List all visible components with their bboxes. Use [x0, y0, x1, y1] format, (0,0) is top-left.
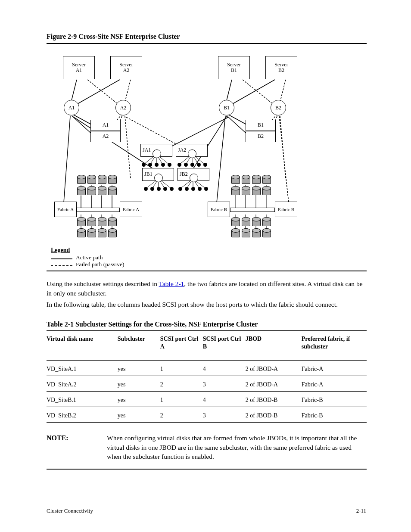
ctrl-b2-label: B2 — [258, 134, 264, 139]
td: VD_SiteB.2 — [47, 412, 115, 420]
td: Fabric-A — [302, 365, 364, 373]
td: yes — [118, 412, 158, 420]
disk-icon — [77, 175, 85, 184]
port-icon — [157, 187, 161, 191]
figure-title: Figure 2-9 Cross-Site NSF Enterprise Clu… — [47, 32, 180, 41]
port-icon — [190, 163, 194, 167]
fabric-a-label: Fabric A — [57, 207, 74, 212]
legend-item-passive: Failed path (passive) — [76, 261, 124, 268]
hrule-row-sep — [47, 376, 367, 376]
port-icon — [150, 187, 154, 191]
table-header-row: Virtual disk name Subcluster SCSI port C… — [47, 335, 367, 351]
port-icon — [197, 163, 201, 167]
jbod-jb2-port-icon — [190, 174, 198, 182]
legend-dashed-line-icon — [51, 264, 72, 267]
th-vdname: Virtual disk name — [47, 335, 115, 351]
server-a2-label: Server A2 — [119, 62, 133, 73]
bus-a — [77, 208, 120, 212]
ctrl-a1-label: A1 — [103, 122, 109, 128]
fcswitch-b1: B1 — [219, 100, 234, 115]
disk-icon — [242, 228, 249, 238]
disk-icon — [108, 228, 116, 238]
port-icon — [203, 163, 207, 167]
disk-icon — [98, 228, 106, 238]
server-a1-box: Server A1 — [63, 56, 95, 79]
svg-line-1 — [87, 80, 120, 106]
server-a2-box: Server A2 — [110, 56, 142, 79]
disk-icon — [242, 217, 249, 227]
port-icon — [155, 163, 159, 167]
port-icon — [177, 163, 181, 167]
ctrl-a2-box: A2 — [90, 131, 121, 142]
disk-icon — [231, 186, 239, 196]
server-b2-label: Server B2 — [274, 62, 288, 73]
port-icon — [184, 163, 188, 167]
svg-line-8 — [64, 116, 70, 202]
table-row: VD_SiteB.2 yes 2 3 2 of JBOD-B Fabric-B — [47, 412, 367, 420]
jbod-jb1-label: JB1 — [144, 171, 153, 177]
hrule-row-sep — [47, 391, 367, 392]
disk-icon — [77, 217, 85, 227]
fcswitch-a2: A2 — [115, 100, 131, 115]
td: Fabric-B — [302, 412, 364, 420]
disk-icon — [252, 217, 260, 227]
ctrl-b1-label: B1 — [258, 122, 264, 128]
disk-icon — [87, 228, 95, 238]
ctrl-a1-box: A1 — [90, 120, 121, 131]
th-scsi-b: SCSI port Ctrl B — [203, 335, 243, 351]
port-icon — [204, 187, 208, 191]
port-icon — [191, 187, 195, 191]
fcswitch-a2-label: A2 — [120, 104, 127, 111]
port-icon — [178, 187, 182, 191]
table-row: VD_SiteB.1 yes 1 4 2 of JBOD-B Fabric-B — [47, 396, 367, 404]
jbod-ja1-port-icon — [153, 149, 161, 158]
diagram: Server A1 Server A2 Server B1 Server B2 … — [47, 47, 322, 254]
td: 4 — [203, 396, 243, 404]
legend-item-active: Active path — [76, 254, 103, 261]
port-icon — [142, 163, 146, 167]
disk-icon — [98, 217, 106, 227]
port-icon — [170, 187, 174, 191]
footer-right: 2-11 — [356, 507, 366, 515]
ctrl-b2-box: B2 — [246, 131, 276, 142]
disk-icon — [108, 217, 116, 227]
legend-solid-line-icon — [51, 258, 72, 260]
hrule-figure-top — [47, 43, 367, 44]
table-title: Table 2-1 Subcluster Settings for the Cr… — [47, 320, 258, 329]
td: 4 — [203, 365, 243, 373]
fabric-b-label: Fabric B — [211, 207, 227, 212]
fabric-a-box: Fabric A — [54, 202, 77, 217]
para1-pre: Using the subcluster settings described … — [47, 280, 159, 287]
th-pref-fabric: Preferred fabric, if subcluster — [302, 335, 364, 351]
fabric-b-label-2: Fabric B — [278, 207, 294, 212]
legend-heading: Legend — [51, 246, 70, 255]
port-icon — [198, 187, 202, 191]
fabric-b-box: Fabric B — [208, 202, 230, 217]
port-icon — [163, 187, 167, 191]
jbod-ja2-label: JA2 — [178, 147, 186, 153]
td: yes — [118, 381, 158, 389]
note-label: NOTE: — [47, 433, 68, 443]
paragraph-1: Using the subcluster settings described … — [47, 279, 367, 298]
hrule-figure-bottom — [47, 271, 367, 271]
td: 1 — [160, 365, 200, 373]
disk-icon — [252, 175, 260, 184]
bus-b — [230, 208, 275, 212]
port-icon — [148, 163, 152, 167]
table-2-1-link[interactable]: Table 2-1 — [159, 280, 184, 287]
td: Fabric-B — [302, 396, 364, 404]
td: VD_SiteB.1 — [47, 396, 115, 404]
hrule-table-top — [47, 330, 367, 331]
paragraph-2: In the following table, the columns head… — [47, 300, 367, 309]
jbod-jb1-port-icon — [154, 174, 163, 182]
disk-icon — [252, 228, 260, 238]
td: VD_SiteA.2 — [47, 381, 115, 389]
td: 3 — [203, 381, 243, 389]
disk-icon — [231, 217, 239, 227]
th-jbod: JBOD — [246, 335, 299, 351]
disk-icon — [87, 186, 95, 196]
disk-icon — [252, 186, 260, 196]
svg-line-12 — [243, 80, 275, 106]
hrule-table-header-sep — [47, 360, 367, 361]
fabric-a-label-2: Fabric A — [123, 207, 139, 212]
